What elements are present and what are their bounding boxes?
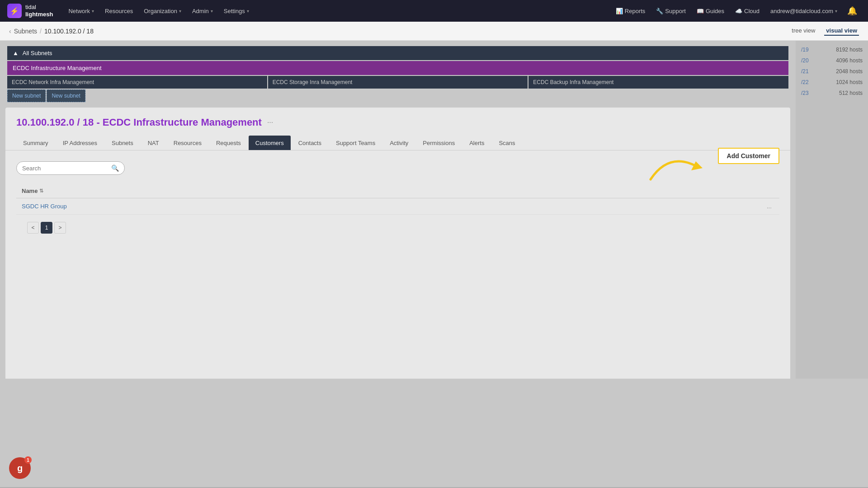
logo[interactable]: ⚡ tidal lightmesh: [7, 4, 53, 18]
tab-subnets[interactable]: Subnets: [105, 136, 140, 150]
tab-nat[interactable]: NAT: [141, 136, 166, 150]
tab-activity[interactable]: Activity: [383, 136, 415, 150]
nav-guides[interactable]: 📖 Guides: [692, 5, 729, 17]
cidr-label: /22: [801, 79, 809, 85]
host-row-22[interactable]: /22 1024 hosts: [796, 77, 868, 88]
nav-network[interactable]: Network ▾: [64, 5, 99, 17]
gravatar-badge: 1: [24, 456, 32, 464]
tab-support-teams[interactable]: Support Teams: [329, 136, 382, 150]
book-icon: 📖: [697, 8, 704, 14]
tree-view-toggle[interactable]: tree view: [790, 26, 817, 36]
page-title-row: 10.100.192.0 / 18 - ECDC Infrastructure …: [5, 108, 790, 136]
sort-icon[interactable]: ⇅: [39, 188, 43, 194]
breadcrumb: ‹ Subnets / 10.100.192.0 / 18: [9, 28, 94, 35]
cidr-label: /21: [801, 68, 809, 75]
subnet-tree-area: ▲ All Subnets ECDC Infrastructure Manage…: [0, 41, 796, 379]
search-row: 🔍: [16, 161, 779, 175]
row-options-icon[interactable]: ...: [767, 203, 772, 210]
tab-alerts[interactable]: Alerts: [462, 136, 491, 150]
new-subnet-btn-1[interactable]: New subnet: [7, 89, 46, 102]
nav-right-area: 📊 Reports 🔧 Support 📖 Guides ☁️ Cloud an…: [611, 4, 861, 18]
actions-column-header: [761, 184, 779, 198]
tab-resources[interactable]: Resources: [167, 136, 208, 150]
nav-user[interactable]: andrew@tidalcloud.com ▾: [766, 5, 842, 17]
pagination-prev-button[interactable]: <: [27, 222, 39, 234]
search-box[interactable]: 🔍: [16, 161, 125, 175]
logo-text: tidal lightmesh: [25, 4, 53, 18]
bar-chart-icon: 📊: [616, 8, 623, 14]
customer-actions-cell: ...: [761, 198, 779, 215]
breadcrumb-subnets-link[interactable]: Subnets: [14, 28, 37, 35]
table-row: SGDC HR Group ...: [16, 198, 779, 215]
host-count: 8192 hosts: [836, 47, 863, 53]
host-row-19[interactable]: /19 8192 hosts: [796, 44, 868, 55]
new-subnet-btn-2[interactable]: New subnet: [47, 89, 85, 102]
chevron-down-icon: ▾: [247, 9, 249, 14]
chevron-down-icon: ▾: [92, 9, 94, 14]
host-row-23[interactable]: /23 512 hosts: [796, 88, 868, 99]
pagination: < 1 >: [16, 215, 779, 241]
host-count: 512 hosts: [839, 90, 863, 96]
top-navigation: ⚡ tidal lightmesh Network ▾ Resources Or…: [0, 0, 868, 22]
tab-customers[interactable]: Customers: [249, 136, 291, 150]
tab-summary[interactable]: Summary: [16, 136, 55, 150]
search-icon: 🔍: [111, 164, 119, 172]
host-count: 1024 hosts: [836, 79, 863, 85]
host-sidebar: /19 8192 hosts /20 4096 hosts /21 2048 h…: [796, 41, 868, 379]
nav-support[interactable]: 🔧 Support: [651, 5, 690, 17]
view-toggles: tree view visual view: [790, 26, 859, 36]
back-arrow-icon[interactable]: ‹: [9, 28, 11, 35]
subnet-tree: ▲ All Subnets ECDC Infrastructure Manage…: [0, 41, 796, 102]
add-customer-container: Add Customer: [718, 148, 779, 164]
cidr-label: /23: [801, 90, 809, 96]
tab-permissions[interactable]: Permissions: [416, 136, 462, 150]
host-count: 2048 hosts: [836, 68, 863, 75]
chevron-down-icon: ▾: [179, 9, 181, 14]
page-title: 10.100.192.0 / 18 - ECDC Infrastructure …: [16, 117, 262, 128]
notifications-bell-icon[interactable]: 🔔: [844, 4, 861, 18]
cidr-label: /20: [801, 57, 809, 64]
host-row-21[interactable]: /21 2048 hosts: [796, 66, 868, 77]
customer-link[interactable]: SGDC HR Group: [22, 203, 67, 210]
pagination-page-1-button[interactable]: 1: [41, 222, 52, 234]
subnet-children: ECDC Network Infra Management ECDC Stora…: [7, 76, 788, 89]
pagination-next-button[interactable]: >: [54, 222, 66, 234]
page-options-icon[interactable]: ···: [267, 118, 273, 127]
tabs-bar: Summary IP Addresses Subnets NAT Resourc…: [5, 136, 790, 150]
nav-settings[interactable]: Settings ▾: [219, 5, 254, 17]
host-row-20[interactable]: /20 4096 hosts: [796, 55, 868, 66]
nav-cloud[interactable]: ☁️ Cloud: [731, 5, 764, 17]
chevron-down-icon: ▾: [211, 9, 213, 14]
customer-name-cell: SGDC HR Group: [16, 198, 761, 215]
all-subnets-row[interactable]: ▲ All Subnets: [7, 46, 788, 60]
wrench-icon: 🔧: [656, 8, 663, 14]
cidr-label: /19: [801, 47, 809, 53]
add-customer-button[interactable]: Add Customer: [718, 148, 779, 164]
host-count: 4096 hosts: [836, 57, 863, 64]
subnet-child-storage[interactable]: ECDC Storage Inra Management: [268, 76, 528, 89]
tab-contacts[interactable]: Contacts: [292, 136, 328, 150]
breadcrumb-bar: ‹ Subnets / 10.100.192.0 / 18 tree view …: [0, 22, 868, 41]
expand-arrow-icon: ▲: [13, 50, 19, 56]
cloud-icon: ☁️: [735, 8, 742, 14]
nav-resources[interactable]: Resources: [100, 5, 137, 17]
customers-panel: 🔍 Add Customer: [5, 150, 790, 252]
name-column-header: Name ⇅: [16, 184, 761, 198]
nav-organization[interactable]: Organization ▾: [139, 5, 186, 17]
gravatar-avatar[interactable]: g 1: [9, 457, 31, 479]
nav-reports[interactable]: 📊 Reports: [611, 5, 650, 17]
customers-table: Name ⇅ SGDC HR Group: [16, 184, 779, 215]
breadcrumb-current: 10.100.192.0 / 18: [44, 28, 94, 35]
subnet-child-backup[interactable]: ECDC Backup Infra Management: [528, 76, 788, 89]
search-input[interactable]: [22, 165, 111, 172]
tab-scans[interactable]: Scans: [492, 136, 522, 150]
visual-view-toggle[interactable]: visual view: [824, 26, 859, 36]
breadcrumb-separator: /: [40, 28, 42, 35]
tab-requests[interactable]: Requests: [209, 136, 248, 150]
subnet-child-network[interactable]: ECDC Network Infra Management: [7, 76, 267, 89]
page-body: 10.100.192.0 / 18 - ECDC Infrastructure …: [5, 108, 790, 379]
nav-admin[interactable]: Admin ▾: [188, 5, 217, 17]
selected-subnet-row[interactable]: ECDC Infrastructure Management: [7, 61, 788, 75]
subnet-layout: ▲ All Subnets ECDC Infrastructure Manage…: [0, 41, 868, 379]
tab-ip-addresses[interactable]: IP Addresses: [56, 136, 104, 150]
